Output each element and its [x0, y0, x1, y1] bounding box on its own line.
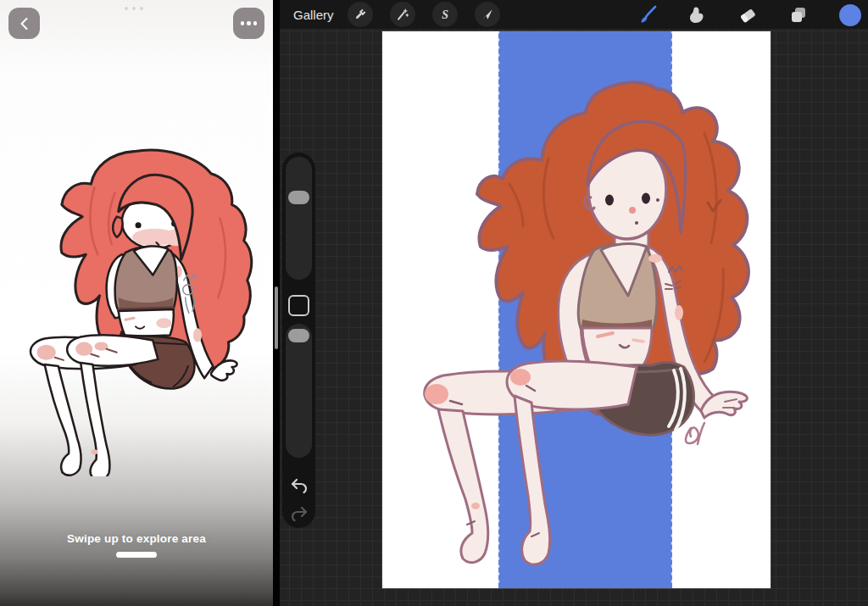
selection-s-icon: S	[437, 7, 453, 22]
window-handle-dots	[125, 7, 143, 10]
smudge-finger-icon	[686, 4, 708, 26]
layers-button[interactable]	[787, 3, 810, 27]
adjustments-button[interactable]	[390, 2, 415, 27]
actions-button[interactable]	[348, 2, 373, 27]
transform-button[interactable]	[475, 2, 500, 27]
active-color-circle	[838, 3, 862, 27]
brush-opacity-handle[interactable]	[288, 329, 309, 342]
color-swatch-button[interactable]	[838, 3, 862, 27]
procreate-topbar: Gallery S	[280, 0, 868, 29]
reference-panel: Swipe up to explore area	[0, 0, 273, 606]
eraser-tool-button[interactable]	[736, 3, 760, 27]
chevron-left-icon	[18, 17, 31, 31]
drawing-canvas[interactable]	[382, 31, 771, 588]
magic-wand-icon	[395, 7, 410, 22]
layers-icon	[787, 4, 810, 26]
divider-grip[interactable]	[275, 286, 278, 349]
split-view-divider[interactable]	[273, 0, 280, 606]
undo-button[interactable]	[290, 478, 309, 495]
swipe-up-handle[interactable]	[116, 552, 157, 558]
reference-image	[5, 132, 263, 476]
canvas-artwork	[382, 31, 771, 588]
svg-text:S: S	[442, 8, 448, 21]
back-button[interactable]	[8, 8, 40, 39]
brush-size-slider[interactable]	[286, 157, 312, 280]
wrench-icon	[353, 7, 368, 22]
ellipsis-icon	[241, 21, 258, 25]
brush-opacity-slider[interactable]	[286, 324, 312, 458]
selection-button[interactable]: S	[432, 2, 458, 27]
more-button[interactable]	[233, 8, 264, 39]
redo-button[interactable]	[290, 506, 309, 523]
gallery-button[interactable]: Gallery	[293, 8, 334, 22]
transform-arrow-icon	[480, 7, 495, 22]
eraser-icon	[737, 4, 759, 26]
brush-size-handle[interactable]	[288, 191, 309, 204]
canvas-sidebar	[282, 153, 315, 528]
swipe-hint-text: Swipe up to explore area	[0, 532, 273, 545]
brush-tool-button[interactable]	[637, 3, 660, 27]
procreate-window: Gallery S	[280, 0, 868, 606]
smudge-tool-button[interactable]	[685, 3, 709, 27]
paint-brush-icon	[637, 4, 659, 26]
modify-button[interactable]	[288, 295, 309, 316]
